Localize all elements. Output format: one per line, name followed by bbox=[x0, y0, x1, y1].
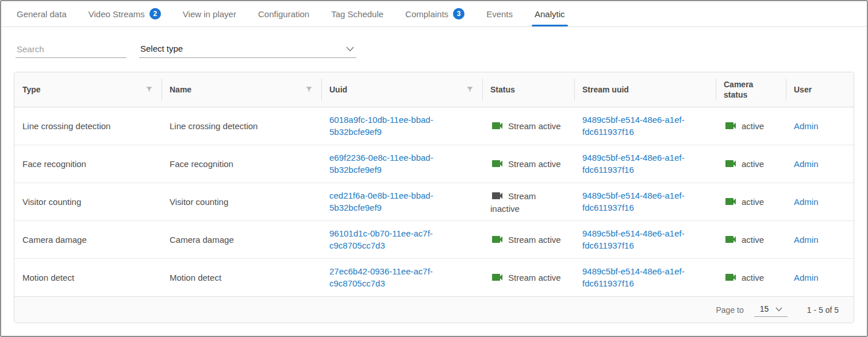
filter-icon[interactable] bbox=[145, 85, 153, 94]
stream-uuid-link[interactable]: 9489c5bf-e514-48e6-a1ef-fdc611937f16 bbox=[582, 115, 685, 137]
tab-view-in-player[interactable]: View in player bbox=[172, 1, 247, 26]
table-row: Motion detect Motion detect 27ec6b42-093… bbox=[14, 258, 854, 296]
cell-name: Face recognition bbox=[162, 145, 321, 183]
tab-label: General data bbox=[17, 9, 67, 19]
table-row: Line crossing detection Line crossing de… bbox=[14, 107, 854, 145]
cell-status: Stream active bbox=[482, 258, 574, 296]
videocam-icon bbox=[490, 270, 504, 284]
tab-analytic[interactable]: Analytic bbox=[524, 1, 576, 26]
cell-stream-uuid: 9489c5bf-e514-48e6-a1ef-fdc611937f16 bbox=[574, 183, 716, 220]
cell-status: Stream active bbox=[482, 220, 574, 258]
analytics-table: Type Name Uuid bbox=[14, 72, 854, 296]
analytic-type: Face recognition bbox=[22, 159, 86, 169]
filter-icon[interactable] bbox=[466, 85, 474, 94]
analytics-table-card: Type Name Uuid bbox=[14, 72, 854, 323]
videocam-icon bbox=[724, 233, 738, 246]
column-header-camera-status: Camera status bbox=[716, 72, 786, 107]
tab-tag-schedule[interactable]: Tag Schedule bbox=[320, 1, 394, 26]
camera-status-text: active bbox=[742, 159, 764, 169]
cell-type: Face recognition bbox=[14, 145, 162, 183]
column-label: Camera status bbox=[724, 80, 753, 99]
column-header-stream-uuid: Stream uuid bbox=[574, 72, 716, 107]
analytic-type: Motion detect bbox=[22, 273, 74, 282]
videocam-icon bbox=[490, 189, 504, 203]
page-to-label: Page to bbox=[716, 305, 743, 315]
cell-uuid: 96101d1c-0b70-11ee-ac7f-c9c8705cc7d3 bbox=[321, 220, 482, 258]
stream-uuid-link[interactable]: 9489c5bf-e514-48e6-a1ef-fdc611937f16 bbox=[582, 191, 685, 212]
filter-icon[interactable] bbox=[305, 85, 313, 94]
analytic-type: Visitor counting bbox=[22, 197, 81, 207]
pagination-bar: Page to 15 1 - 5 of 5 bbox=[14, 296, 854, 323]
cell-status: Stream inactive bbox=[482, 183, 574, 220]
videocam-icon bbox=[724, 270, 738, 284]
column-label: Stream uuid bbox=[582, 85, 629, 94]
cell-type: Motion detect bbox=[14, 258, 162, 296]
type-select[interactable]: Select type bbox=[139, 41, 356, 58]
type-select-value: Select type bbox=[140, 44, 183, 53]
videocam-icon bbox=[724, 119, 738, 133]
videocam-icon bbox=[490, 119, 504, 133]
cell-user: Admin bbox=[786, 183, 854, 220]
count-badge: 2 bbox=[149, 8, 161, 20]
tab-label: Tag Schedule bbox=[331, 9, 383, 19]
cell-uuid: 27ec6b42-0936-11ee-ac7f-c9c8705cc7d3 bbox=[321, 258, 482, 296]
tab-label: Configuration bbox=[258, 9, 309, 19]
cell-name: Motion detect bbox=[162, 258, 321, 296]
tab-label: Analytic bbox=[535, 9, 565, 19]
user-link[interactable]: Admin bbox=[794, 197, 819, 207]
pagination-range: 1 - 5 of 5 bbox=[807, 305, 839, 315]
uuid-link[interactable]: 96101d1c-0b70-11ee-ac7f-c9c8705cc7d3 bbox=[329, 228, 433, 250]
tab-label: Complaints bbox=[405, 9, 448, 19]
column-header-status: Status bbox=[482, 72, 574, 107]
uuid-link[interactable]: 6018a9fc-10db-11ee-bbad-5b32bcfe9ef9 bbox=[329, 115, 433, 137]
uuid-link[interactable]: 27ec6b42-0936-11ee-ac7f-c9c8705cc7d3 bbox=[329, 266, 433, 288]
analytic-name: Face recognition bbox=[170, 159, 233, 169]
user-link[interactable]: Admin bbox=[794, 235, 819, 245]
tab-video-streams[interactable]: Video Streams 2 bbox=[78, 1, 172, 26]
tab-label: View in player bbox=[183, 9, 236, 19]
tab-events[interactable]: Events bbox=[475, 1, 524, 26]
cell-camera-status: active bbox=[716, 183, 786, 220]
tab-label: Video Streams bbox=[89, 9, 145, 19]
cell-camera-status: active bbox=[716, 107, 786, 145]
cell-user: Admin bbox=[786, 258, 854, 296]
camera-status-text: active bbox=[742, 235, 764, 245]
tab-general-data[interactable]: General data bbox=[6, 1, 78, 26]
cell-user: Admin bbox=[786, 220, 854, 258]
videocam-icon bbox=[724, 157, 738, 171]
analytic-name: Motion detect bbox=[170, 273, 221, 282]
analytic-name: Visitor counting bbox=[170, 197, 228, 207]
cell-stream-uuid: 9489c5bf-e514-48e6-a1ef-fdc611937f16 bbox=[574, 145, 716, 183]
table-row: Visitor counting Visitor counting ced21f… bbox=[14, 183, 854, 220]
table-row: Camera damage Camera damage 96101d1c-0b7… bbox=[14, 220, 854, 258]
analytic-name: Camera damage bbox=[170, 235, 234, 245]
cell-type: Camera damage bbox=[14, 220, 162, 258]
stream-uuid-link[interactable]: 9489c5bf-e514-48e6-a1ef-fdc611937f16 bbox=[582, 266, 685, 288]
user-link[interactable]: Admin bbox=[794, 273, 819, 282]
user-link[interactable]: Admin bbox=[794, 159, 819, 169]
cell-camera-status: active bbox=[716, 220, 786, 258]
cell-status: Stream active bbox=[482, 145, 574, 183]
uuid-link[interactable]: e69f2236-0e8c-11ee-bbad-5b32bcfe9ef9 bbox=[329, 153, 433, 175]
column-label: Status bbox=[490, 85, 515, 94]
chevron-down-icon bbox=[775, 304, 782, 313]
uuid-link[interactable]: ced21f6a-0e8b-11ee-bbad-5b32bcfe9ef9 bbox=[329, 191, 433, 212]
cell-uuid: ced21f6a-0e8b-11ee-bbad-5b32bcfe9ef9 bbox=[321, 183, 482, 220]
analytic-type: Camera damage bbox=[22, 235, 87, 245]
page-size-select[interactable]: 15 bbox=[754, 303, 788, 317]
column-label: Name bbox=[170, 84, 191, 95]
cell-stream-uuid: 9489c5bf-e514-48e6-a1ef-fdc611937f16 bbox=[574, 107, 716, 145]
analytic-type: Line crossing detection bbox=[22, 121, 110, 131]
camera-status-text: active bbox=[742, 197, 764, 207]
tab-complaints[interactable]: Complaints 3 bbox=[394, 1, 475, 26]
page: General data Video Streams 2 View in pla… bbox=[0, 0, 868, 337]
stream-uuid-link[interactable]: 9489c5bf-e514-48e6-a1ef-fdc611937f16 bbox=[582, 228, 685, 250]
user-link[interactable]: Admin bbox=[794, 121, 819, 131]
cell-name: Visitor counting bbox=[162, 183, 321, 220]
table-body: Line crossing detection Line crossing de… bbox=[14, 107, 854, 296]
cell-camera-status: active bbox=[716, 258, 786, 296]
stream-uuid-link[interactable]: 9489c5bf-e514-48e6-a1ef-fdc611937f16 bbox=[582, 153, 685, 175]
tab-configuration[interactable]: Configuration bbox=[247, 1, 320, 26]
stream-status-text: Stream active bbox=[508, 235, 561, 245]
search-input[interactable] bbox=[16, 41, 126, 58]
